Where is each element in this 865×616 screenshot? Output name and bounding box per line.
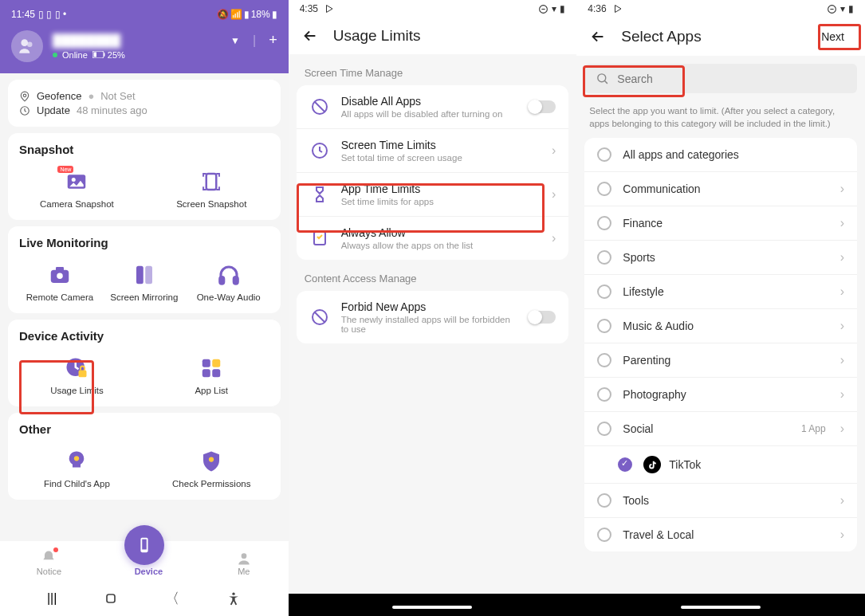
- svg-rect-15: [219, 277, 223, 284]
- page-title: Select Apps: [621, 28, 701, 45]
- one-way-audio-button[interactable]: One-Way Audio: [188, 257, 269, 308]
- svg-rect-9: [206, 174, 217, 190]
- mirror-icon: [132, 263, 156, 287]
- cat-sports[interactable]: Sports›: [584, 241, 857, 275]
- disable-all-apps-row[interactable]: Disable All AppsAll apps will be disable…: [297, 85, 569, 128]
- radio-icon[interactable]: [597, 319, 611, 333]
- find-childs-app-button[interactable]: Find Child's App: [19, 444, 135, 495]
- radio-icon[interactable]: [597, 387, 611, 402]
- screen-mirroring-button[interactable]: Screen Mirroring: [104, 257, 185, 308]
- cat-parenting[interactable]: Parenting›: [584, 343, 857, 378]
- status-time: 4:36: [588, 3, 606, 14]
- title-bar: Usage Limits: [289, 18, 577, 54]
- online-status: Online: [62, 50, 88, 60]
- clock-icon: [310, 141, 329, 160]
- radio-icon[interactable]: [597, 147, 611, 162]
- radio-checked-icon[interactable]: [618, 457, 632, 472]
- next-button[interactable]: Next: [813, 27, 852, 46]
- search-icon: [596, 72, 609, 85]
- app-tiktok[interactable]: TikTok: [584, 446, 857, 484]
- recents-button[interactable]: |||: [47, 591, 57, 606]
- notification-dot-icon: [53, 547, 58, 552]
- svg-rect-28: [107, 594, 115, 602]
- bulb-icon: [65, 449, 88, 473]
- svg-rect-11: [56, 267, 64, 271]
- cat-travel[interactable]: Travel & Local›: [584, 518, 857, 551]
- radio-icon[interactable]: [597, 353, 611, 367]
- forbid-new-apps-row[interactable]: Forbid New AppsThe newly installed apps …: [297, 291, 569, 343]
- always-allow-row[interactable]: Always AllowAlways allow the apps on the…: [297, 216, 569, 260]
- camera-snapshot-button[interactable]: New Camera Snapshot: [19, 164, 135, 215]
- app-list-button[interactable]: App List: [154, 351, 269, 402]
- activity-title: Device Activity: [19, 329, 269, 343]
- cat-music[interactable]: Music & Audio›: [584, 309, 857, 343]
- user-block[interactable]: ████████ Online 25% ▼ | +: [11, 22, 277, 73]
- pin-icon: [19, 91, 30, 102]
- device-battery: 25%: [92, 50, 125, 60]
- device-fab[interactable]: [124, 525, 164, 565]
- cat-finance[interactable]: Finance›: [584, 206, 857, 241]
- snapshot-card: Snapshot New Camera Snapshot Screen Snap…: [8, 133, 281, 220]
- radio-icon[interactable]: [597, 528, 611, 542]
- nav-me[interactable]: Me: [228, 547, 260, 579]
- radio-icon[interactable]: [597, 422, 611, 436]
- svg-rect-26: [142, 539, 147, 550]
- ban-icon: [310, 97, 329, 116]
- add-icon[interactable]: +: [269, 32, 277, 49]
- usage-limits-button[interactable]: Usage Limits: [19, 351, 135, 402]
- help-text: Select the app you want to limit. (After…: [576, 93, 865, 138]
- check-permissions-button[interactable]: Check Permissions: [154, 444, 269, 495]
- svg-point-23: [74, 456, 79, 461]
- svg-rect-16: [234, 277, 238, 284]
- divider: |: [253, 33, 256, 48]
- avatar[interactable]: [11, 30, 43, 62]
- wifi-icon: ▾: [840, 3, 845, 14]
- geofence-value: Not Set: [100, 90, 135, 102]
- chevron-right-icon: ›: [552, 231, 556, 245]
- screen-time-limits-row[interactable]: Screen Time LimitsSet total time of scre…: [297, 128, 569, 172]
- radio-icon[interactable]: [597, 216, 611, 230]
- bottom-nav: Notice Device Me: [0, 541, 289, 581]
- person-icon: [236, 551, 252, 567]
- cat-photography[interactable]: Photography›: [584, 378, 857, 412]
- live-title: Live Monitoring: [19, 236, 269, 249]
- svg-rect-19: [202, 359, 210, 367]
- disable-toggle[interactable]: [529, 100, 556, 113]
- accessibility-icon[interactable]: [226, 590, 242, 606]
- nav-notice[interactable]: Notice: [29, 546, 69, 579]
- tiktok-icon: [643, 456, 661, 473]
- camera-icon: [48, 263, 72, 287]
- radio-icon[interactable]: [597, 250, 611, 265]
- shield-icon: [199, 449, 223, 473]
- radio-icon[interactable]: [597, 182, 611, 196]
- live-monitoring-card: Live Monitoring Remote Camera Screen Mir…: [8, 226, 281, 313]
- image-icon: [65, 170, 88, 194]
- remote-camera-button[interactable]: Remote Camera: [19, 257, 100, 308]
- back-button[interactable]: 〈: [165, 589, 179, 608]
- radio-icon[interactable]: [597, 493, 611, 508]
- other-title: Other: [19, 422, 269, 436]
- cat-tools[interactable]: Tools›: [584, 484, 857, 518]
- cat-social[interactable]: Social1 App›: [584, 412, 857, 446]
- wifi-icon: 📶: [230, 9, 242, 20]
- screen-snapshot-button[interactable]: Screen Snapshot: [154, 164, 269, 215]
- svg-point-27: [241, 553, 246, 559]
- back-icon[interactable]: [589, 28, 607, 45]
- cat-lifestyle[interactable]: Lifestyle›: [584, 275, 857, 309]
- cat-all[interactable]: All apps and categories: [584, 138, 857, 172]
- chevron-right-icon: ›: [840, 528, 844, 542]
- back-icon[interactable]: [301, 27, 319, 45]
- search-input[interactable]: [617, 73, 846, 85]
- home-button[interactable]: [103, 590, 119, 606]
- forbid-toggle[interactable]: [529, 311, 556, 324]
- snapshot-title: Snapshot: [19, 143, 269, 156]
- radio-icon[interactable]: [597, 284, 611, 299]
- chevron-right-icon: ›: [840, 182, 844, 196]
- search-bar[interactable]: [584, 64, 857, 93]
- dropdown-icon[interactable]: ▼: [230, 35, 240, 46]
- app-time-limits-row[interactable]: App Time LimitsSet time limits for apps …: [297, 172, 569, 216]
- system-bar: [289, 594, 577, 616]
- svg-rect-13: [136, 266, 144, 284]
- cat-communication[interactable]: Communication›: [584, 172, 857, 206]
- select-apps-screen: 4:36 ▾ ▮ Select Apps Next Select the app…: [576, 0, 865, 616]
